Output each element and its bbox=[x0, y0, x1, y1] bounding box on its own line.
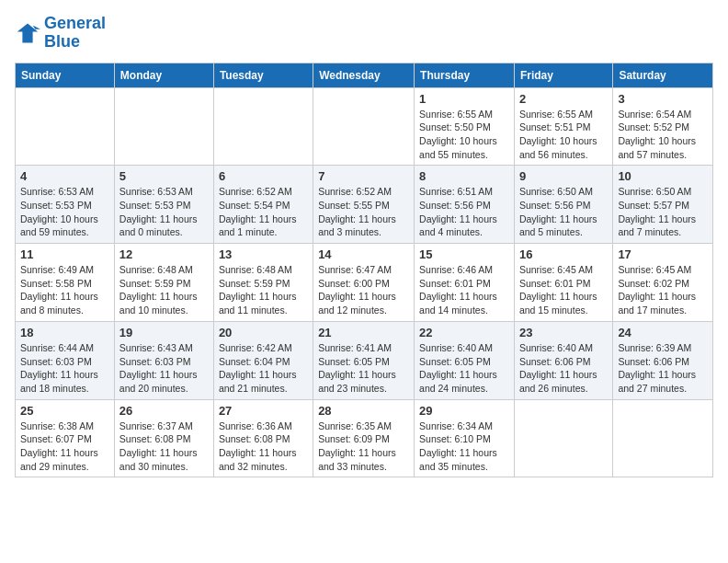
day-info: Sunrise: 6:52 AM Sunset: 5:54 PM Dayligh… bbox=[219, 185, 308, 239]
day-number: 25 bbox=[20, 404, 109, 418]
day-of-week-header: Tuesday bbox=[213, 63, 313, 87]
calendar-cell: 19Sunrise: 6:43 AM Sunset: 6:03 PM Dayli… bbox=[114, 321, 213, 399]
day-info: Sunrise: 6:55 AM Sunset: 5:51 PM Dayligh… bbox=[519, 108, 608, 162]
day-number: 11 bbox=[20, 247, 109, 261]
calendar-cell: 2Sunrise: 6:55 AM Sunset: 5:51 PM Daylig… bbox=[514, 87, 612, 166]
day-number: 29 bbox=[419, 404, 509, 418]
logo-general: General bbox=[44, 14, 106, 32]
calendar-cell bbox=[213, 87, 313, 166]
calendar-cell: 14Sunrise: 6:47 AM Sunset: 6:00 PM Dayli… bbox=[313, 244, 415, 322]
day-number: 14 bbox=[318, 247, 409, 261]
day-info: Sunrise: 6:40 AM Sunset: 6:06 PM Dayligh… bbox=[519, 341, 608, 396]
day-info: Sunrise: 6:55 AM Sunset: 5:50 PM Dayligh… bbox=[419, 108, 509, 162]
calendar-week-row: 18Sunrise: 6:44 AM Sunset: 6:03 PM Dayli… bbox=[16, 321, 713, 399]
day-number: 19 bbox=[119, 326, 209, 339]
calendar-cell bbox=[114, 87, 213, 166]
calendar-cell: 6Sunrise: 6:52 AM Sunset: 5:54 PM Daylig… bbox=[213, 166, 313, 244]
day-number: 18 bbox=[20, 326, 109, 339]
calendar-cell: 17Sunrise: 6:45 AM Sunset: 6:02 PM Dayli… bbox=[613, 244, 713, 322]
day-of-week-header: Monday bbox=[114, 63, 213, 87]
calendar-cell: 5Sunrise: 6:53 AM Sunset: 5:53 PM Daylig… bbox=[114, 166, 213, 244]
day-number: 26 bbox=[119, 404, 209, 418]
calendar-cell: 10Sunrise: 6:50 AM Sunset: 5:57 PM Dayli… bbox=[613, 166, 713, 244]
day-number: 20 bbox=[219, 326, 308, 339]
day-number: 15 bbox=[419, 247, 509, 261]
calendar-cell: 9Sunrise: 6:50 AM Sunset: 5:56 PM Daylig… bbox=[514, 166, 612, 244]
day-number: 5 bbox=[119, 169, 209, 183]
day-info: Sunrise: 6:49 AM Sunset: 5:58 PM Dayligh… bbox=[20, 263, 109, 317]
day-info: Sunrise: 6:45 AM Sunset: 6:01 PM Dayligh… bbox=[519, 263, 608, 317]
day-number: 17 bbox=[618, 247, 708, 261]
calendar-week-row: 1Sunrise: 6:55 AM Sunset: 5:50 PM Daylig… bbox=[16, 87, 713, 166]
calendar-cell: 8Sunrise: 6:51 AM Sunset: 5:56 PM Daylig… bbox=[415, 166, 515, 244]
calendar-cell: 4Sunrise: 6:53 AM Sunset: 5:53 PM Daylig… bbox=[16, 166, 115, 244]
day-number: 9 bbox=[519, 169, 608, 183]
calendar-cell: 20Sunrise: 6:42 AM Sunset: 6:04 PM Dayli… bbox=[213, 321, 313, 399]
day-number: 6 bbox=[219, 169, 308, 183]
logo-blue: Blue bbox=[44, 33, 106, 52]
day-info: Sunrise: 6:48 AM Sunset: 5:59 PM Dayligh… bbox=[219, 263, 308, 317]
calendar-cell: 22Sunrise: 6:40 AM Sunset: 6:05 PM Dayli… bbox=[415, 321, 515, 399]
day-info: Sunrise: 6:53 AM Sunset: 5:53 PM Dayligh… bbox=[119, 185, 209, 239]
svg-marker-0 bbox=[17, 23, 38, 42]
day-number: 2 bbox=[519, 92, 608, 106]
calendar-week-row: 4Sunrise: 6:53 AM Sunset: 5:53 PM Daylig… bbox=[16, 166, 713, 244]
day-info: Sunrise: 6:47 AM Sunset: 6:00 PM Dayligh… bbox=[318, 263, 409, 317]
day-number: 10 bbox=[618, 169, 708, 183]
day-info: Sunrise: 6:39 AM Sunset: 6:06 PM Dayligh… bbox=[618, 341, 708, 396]
calendar-cell: 15Sunrise: 6:46 AM Sunset: 6:01 PM Dayli… bbox=[415, 244, 515, 322]
day-number: 24 bbox=[618, 326, 708, 339]
calendar-cell bbox=[613, 399, 713, 477]
day-number: 4 bbox=[20, 169, 109, 183]
day-info: Sunrise: 6:42 AM Sunset: 6:04 PM Dayligh… bbox=[219, 341, 308, 396]
day-number: 27 bbox=[219, 404, 308, 418]
day-info: Sunrise: 6:41 AM Sunset: 6:05 PM Dayligh… bbox=[318, 341, 409, 396]
day-number: 12 bbox=[119, 247, 209, 261]
calendar-cell: 3Sunrise: 6:54 AM Sunset: 5:52 PM Daylig… bbox=[613, 87, 713, 166]
day-info: Sunrise: 6:35 AM Sunset: 6:09 PM Dayligh… bbox=[318, 419, 409, 474]
calendar-cell: 1Sunrise: 6:55 AM Sunset: 5:50 PM Daylig… bbox=[415, 87, 515, 166]
day-info: Sunrise: 6:34 AM Sunset: 6:10 PM Dayligh… bbox=[419, 419, 509, 474]
day-number: 3 bbox=[618, 92, 708, 106]
calendar-cell: 29Sunrise: 6:34 AM Sunset: 6:10 PM Dayli… bbox=[415, 399, 515, 477]
day-info: Sunrise: 6:44 AM Sunset: 6:03 PM Dayligh… bbox=[20, 341, 109, 396]
day-of-week-header: Saturday bbox=[613, 63, 713, 87]
day-info: Sunrise: 6:52 AM Sunset: 5:55 PM Dayligh… bbox=[318, 185, 409, 239]
day-number: 1 bbox=[419, 92, 509, 106]
calendar-cell bbox=[514, 399, 612, 477]
day-info: Sunrise: 6:48 AM Sunset: 5:59 PM Dayligh… bbox=[119, 263, 209, 317]
day-info: Sunrise: 6:54 AM Sunset: 5:52 PM Dayligh… bbox=[618, 108, 708, 162]
calendar-cell: 21Sunrise: 6:41 AM Sunset: 6:05 PM Dayli… bbox=[313, 321, 415, 399]
day-info: Sunrise: 6:53 AM Sunset: 5:53 PM Dayligh… bbox=[20, 185, 109, 239]
day-number: 16 bbox=[519, 247, 608, 261]
day-of-week-header: Friday bbox=[514, 63, 612, 87]
calendar-week-row: 11Sunrise: 6:49 AM Sunset: 5:58 PM Dayli… bbox=[16, 244, 713, 322]
day-number: 13 bbox=[219, 247, 308, 261]
day-of-week-header: Thursday bbox=[415, 63, 515, 87]
day-of-week-header: Sunday bbox=[16, 63, 115, 87]
calendar-cell: 24Sunrise: 6:39 AM Sunset: 6:06 PM Dayli… bbox=[613, 321, 713, 399]
calendar-cell: 18Sunrise: 6:44 AM Sunset: 6:03 PM Dayli… bbox=[16, 321, 115, 399]
day-info: Sunrise: 6:36 AM Sunset: 6:08 PM Dayligh… bbox=[219, 419, 308, 474]
calendar-week-row: 25Sunrise: 6:38 AM Sunset: 6:07 PM Dayli… bbox=[16, 399, 713, 477]
calendar-header-row: SundayMondayTuesdayWednesdayThursdayFrid… bbox=[16, 63, 713, 87]
calendar-cell: 25Sunrise: 6:38 AM Sunset: 6:07 PM Dayli… bbox=[16, 399, 115, 477]
day-info: Sunrise: 6:51 AM Sunset: 5:56 PM Dayligh… bbox=[419, 185, 509, 239]
calendar-cell: 26Sunrise: 6:37 AM Sunset: 6:08 PM Dayli… bbox=[114, 399, 213, 477]
day-info: Sunrise: 6:45 AM Sunset: 6:02 PM Dayligh… bbox=[618, 263, 708, 317]
logo-bird-icon bbox=[15, 20, 40, 46]
day-number: 21 bbox=[318, 326, 409, 339]
calendar-cell: 13Sunrise: 6:48 AM Sunset: 5:59 PM Dayli… bbox=[213, 244, 313, 322]
day-number: 23 bbox=[519, 326, 608, 339]
day-info: Sunrise: 6:46 AM Sunset: 6:01 PM Dayligh… bbox=[419, 263, 509, 317]
calendar-cell: 7Sunrise: 6:52 AM Sunset: 5:55 PM Daylig… bbox=[313, 166, 415, 244]
day-number: 8 bbox=[419, 169, 509, 183]
calendar-cell: 27Sunrise: 6:36 AM Sunset: 6:08 PM Dayli… bbox=[213, 399, 313, 477]
day-info: Sunrise: 6:50 AM Sunset: 5:56 PM Dayligh… bbox=[519, 185, 608, 239]
day-info: Sunrise: 6:50 AM Sunset: 5:57 PM Dayligh… bbox=[618, 185, 708, 239]
calendar-cell: 28Sunrise: 6:35 AM Sunset: 6:09 PM Dayli… bbox=[313, 399, 415, 477]
calendar: SundayMondayTuesdayWednesdayThursdayFrid… bbox=[15, 63, 713, 478]
header: General Blue bbox=[15, 15, 713, 52]
calendar-cell: 23Sunrise: 6:40 AM Sunset: 6:06 PM Dayli… bbox=[514, 321, 612, 399]
day-number: 7 bbox=[318, 169, 409, 183]
